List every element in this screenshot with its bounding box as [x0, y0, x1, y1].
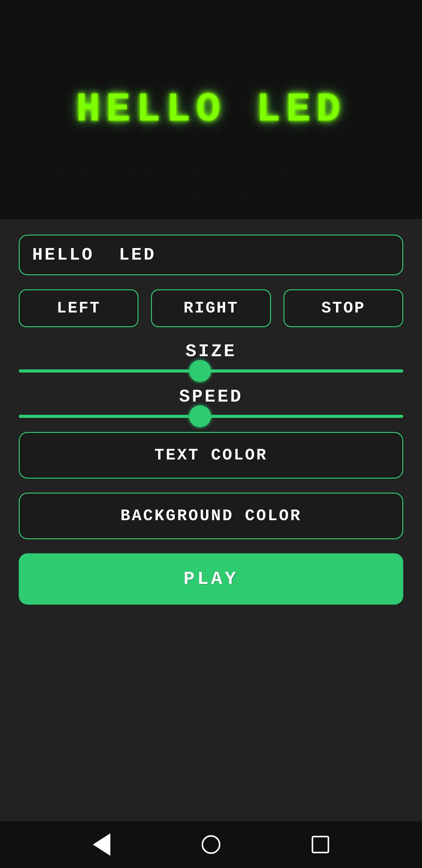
right-button[interactable]: RIGHT — [151, 289, 271, 327]
recent-nav-button[interactable] — [308, 832, 333, 857]
play-button[interactable]: PLAY — [19, 553, 403, 604]
direction-row: LEFT RIGHT STOP — [19, 289, 403, 327]
home-icon — [202, 835, 220, 854]
text-input-wrapper[interactable] — [19, 235, 403, 275]
nav-bar — [0, 821, 422, 868]
speed-slider-section: SPEED — [19, 386, 403, 418]
recent-icon — [312, 836, 329, 853]
speed-slider[interactable] — [19, 415, 403, 418]
speed-label: SPEED — [19, 386, 403, 407]
home-nav-button[interactable] — [198, 832, 224, 857]
size-slider[interactable] — [19, 369, 403, 373]
back-icon — [93, 833, 110, 856]
led-title: HELLO LED — [76, 87, 346, 133]
size-label: SIZE — [19, 341, 403, 362]
controls-area: LEFT RIGHT STOP SIZE SPEED TEXT COLOR BA… — [0, 219, 422, 620]
size-slider-section: SIZE — [19, 341, 403, 373]
left-button[interactable]: LEFT — [19, 289, 138, 327]
text-input[interactable] — [32, 245, 390, 265]
led-display: HELLO LED — [0, 0, 422, 219]
back-nav-button[interactable] — [89, 832, 114, 857]
stop-button[interactable]: STOP — [284, 289, 403, 327]
spacer — [0, 620, 422, 821]
text-color-button[interactable]: TEXT COLOR — [19, 432, 403, 478]
background-color-button[interactable]: BACKGROUND COLOR — [19, 493, 403, 539]
